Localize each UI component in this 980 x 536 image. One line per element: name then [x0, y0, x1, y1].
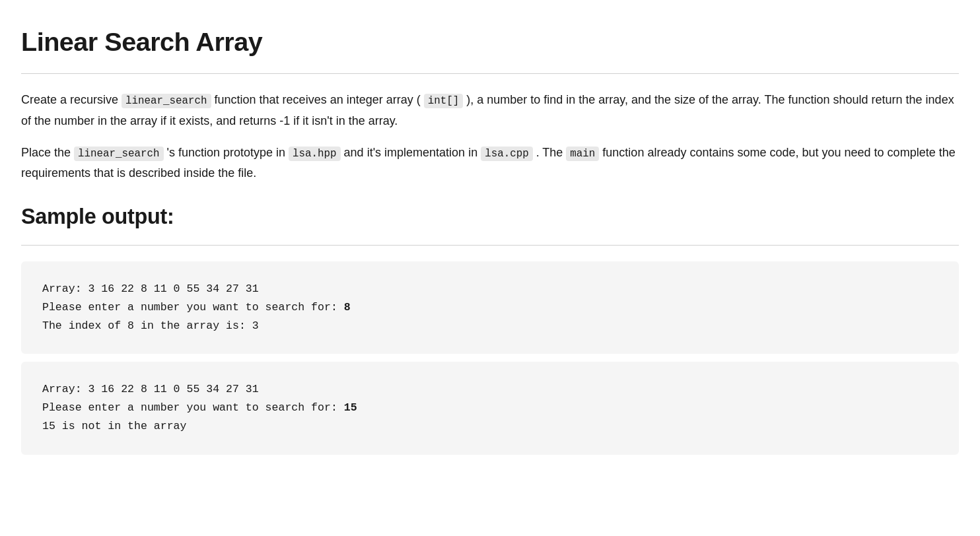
description-section: Create a recursive linear_search functio… [21, 90, 959, 184]
code-linear-search-2: linear_search [74, 147, 163, 161]
title-divider [21, 73, 959, 74]
sample1-line2: Please enter a number you want to search… [42, 298, 938, 317]
sample1-line1: Array: 3 16 22 8 11 0 55 34 27 31 [42, 280, 938, 298]
page-title: Linear Search Array [21, 21, 959, 63]
code-linear-search-1: linear_search [122, 94, 211, 108]
sample2-line3: 15 is not in the array [42, 417, 938, 436]
code-lsa-hpp: lsa.hpp [289, 147, 341, 161]
sample-output-box-2: Array: 3 16 22 8 11 0 55 34 27 31 Please… [21, 362, 959, 454]
sample-output-heading: Sample output: [21, 200, 959, 234]
sample-output-box-1: Array: 3 16 22 8 11 0 55 34 27 31 Please… [21, 261, 959, 354]
sample2-input-value-2: 15 [344, 401, 357, 414]
sample2-line2: Please enter a number you want to search… [42, 399, 938, 417]
description-paragraph-1: Create a recursive linear_search functio… [21, 90, 959, 131]
sample-output-section: Sample output: Array: 3 16 22 8 11 0 55 … [21, 200, 959, 455]
sample-divider [21, 245, 959, 246]
sample2-line1: Array: 3 16 22 8 11 0 55 34 27 31 [42, 380, 938, 399]
sample1-input-value-1: 8 [344, 301, 351, 314]
code-main: main [566, 147, 599, 161]
code-int-array: int[] [424, 94, 464, 108]
code-lsa-cpp: lsa.cpp [481, 147, 533, 161]
sample1-line3: The index of 8 in the array is: 3 [42, 317, 938, 335]
description-paragraph-2: Place the linear_search 's function prot… [21, 143, 959, 184]
